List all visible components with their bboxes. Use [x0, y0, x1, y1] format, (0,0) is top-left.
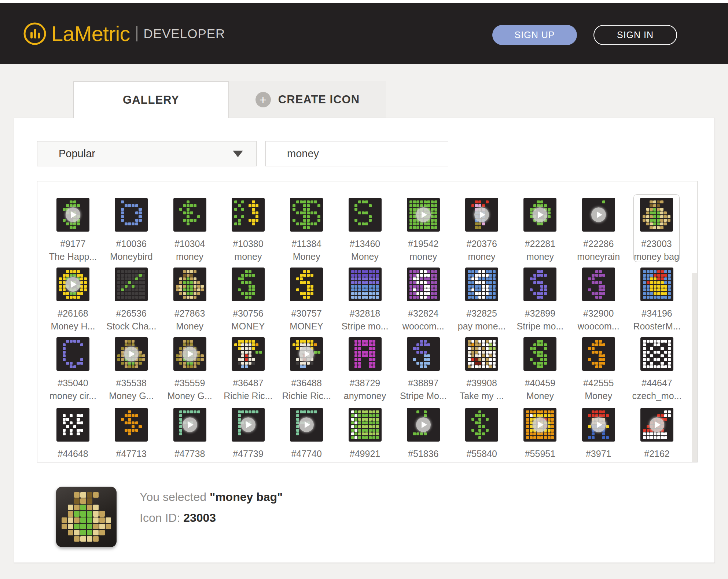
pixel	[296, 226, 299, 229]
pixel	[142, 354, 145, 357]
tab-gallery[interactable]: GALLERY	[73, 81, 229, 118]
sort-dropdown[interactable]: Popular	[37, 141, 257, 166]
icon-cell-32900[interactable]: #32900woocom...	[573, 268, 624, 331]
pixel	[599, 285, 602, 288]
icon-cell-2162[interactable]: #2162Santa Hat	[631, 408, 683, 462]
icon-cell-22286[interactable]: #22286moneyrain	[573, 198, 624, 262]
icon-id-label: #35538	[106, 378, 157, 388]
pixel	[434, 362, 437, 365]
logo[interactable]: LaMetric DEVELOPER	[23, 21, 225, 46]
icon-cell-44647[interactable]: #44647czech_mo...	[631, 337, 683, 401]
sign-in-button[interactable]: SIGN IN	[593, 25, 677, 45]
pixel	[317, 414, 320, 417]
icon-cell-36487[interactable]: #36487Richie Ric...	[223, 337, 274, 401]
icon-cell-39908[interactable]: #39908Take my ...	[456, 337, 507, 401]
pixel	[548, 358, 551, 361]
icon-cell-19542[interactable]: #19542money	[398, 198, 449, 262]
icon-cell-3971[interactable]: #3971Mario...	[573, 408, 624, 462]
icon-cell-47740[interactable]: #47740ForexMo...	[281, 408, 332, 462]
icon-cell-47713[interactable]: #47713iQMoney	[106, 408, 157, 462]
pixel	[121, 208, 124, 211]
pixel	[121, 281, 124, 284]
icon-name-label: Money	[164, 321, 216, 332]
icon-cell-32818[interactable]: #32818Stripe mo...	[339, 268, 391, 331]
icon-cell-34196[interactable]: #34196RoosterM...	[631, 268, 683, 331]
icon-cell-30756[interactable]: #30756MONEY	[223, 268, 274, 331]
icon-cell-35040[interactable]: #35040money cir...	[47, 337, 99, 401]
icon-cell-23003[interactable]: #23003money bag	[633, 194, 680, 262]
icon-cell-38729[interactable]: #38729anymoney	[339, 337, 391, 401]
icon-cell-55951[interactable]: #55951Never en...	[514, 408, 566, 462]
pixel	[369, 414, 372, 417]
pixel	[606, 288, 609, 291]
icon-name-label: money	[339, 462, 391, 463]
pixel	[482, 288, 485, 291]
icon-cell-20376[interactable]: #20376money	[456, 198, 507, 262]
icon-cell-47738[interactable]: #47738ForexMo...	[164, 408, 216, 462]
sign-up-button[interactable]: SIGN UP	[492, 25, 577, 45]
pixel	[650, 281, 653, 284]
pixel	[369, 288, 372, 291]
icon-cell-55840[interactable]: #55840money	[456, 408, 507, 462]
icon-cell-51836[interactable]: #51836Money	[398, 408, 449, 462]
pixel	[530, 410, 533, 413]
pixel	[179, 351, 182, 354]
pixel	[121, 200, 124, 203]
icon-cell-38897[interactable]: #38897Stripe Mo...	[398, 337, 449, 401]
scrollbar[interactable]	[692, 181, 697, 462]
icon-cell-11384[interactable]: #11384Money	[281, 198, 332, 262]
icon-cell-10304[interactable]: #10304money	[164, 198, 216, 262]
icon-cell-32824[interactable]: #32824woocom...	[398, 268, 449, 331]
icon-cell-22281[interactable]: #22281money	[514, 198, 566, 262]
pixel	[365, 211, 368, 214]
icon-cell-32899[interactable]: #32899Stripe mo...	[514, 268, 566, 331]
icon-cell-9177[interactable]: #9177The Happ...	[47, 198, 99, 262]
pixel	[650, 354, 653, 357]
icon-cell-44648[interactable]: #44648inver_cze...	[47, 408, 99, 462]
pixel	[128, 222, 131, 225]
icon-cell-42555[interactable]: #42555Money	[573, 337, 624, 401]
pixel	[358, 226, 361, 229]
scrollbar-thumb[interactable]	[692, 273, 697, 462]
icon-cell-40459[interactable]: #40459Money	[514, 337, 566, 401]
icon-cell-26168[interactable]: #26168Money H...	[47, 268, 99, 331]
pixel	[249, 365, 251, 368]
pixel	[197, 340, 200, 343]
pixel	[354, 215, 357, 218]
icon-cell-36488[interactable]: #36488Richie Ric...	[281, 337, 332, 401]
icon-cell-47739[interactable]: #47739ForexMo...	[223, 408, 274, 462]
pixel	[540, 277, 543, 280]
pixel	[606, 211, 609, 214]
icon-id-label: #35559	[164, 378, 216, 388]
pixel	[468, 285, 471, 288]
pixel	[354, 436, 357, 439]
pixel	[434, 208, 437, 211]
pixel	[376, 340, 379, 343]
search-input[interactable]	[265, 141, 448, 166]
pixel	[471, 281, 474, 284]
pixel	[351, 270, 354, 273]
icon-cell-13460[interactable]: #13460Money	[339, 198, 391, 262]
icon-cell-30757[interactable]: #30757MONEY	[281, 268, 332, 331]
pixel	[310, 343, 313, 346]
pixel	[664, 425, 667, 428]
pixel	[84, 421, 87, 424]
pixel	[530, 226, 533, 229]
icon-cell-27863[interactable]: #27863Money	[164, 268, 216, 331]
pixel	[540, 436, 543, 439]
pixel	[179, 208, 182, 211]
pixel	[606, 421, 609, 424]
icon-cell-49921[interactable]: #49921money	[339, 408, 391, 462]
pixel	[139, 285, 141, 288]
pixel	[249, 226, 251, 229]
pixel	[74, 492, 80, 498]
pixel	[468, 222, 471, 225]
tab-create-icon[interactable]: + CREATE ICON	[229, 81, 386, 118]
icon-cell-35538[interactable]: #35538Money G...	[106, 337, 157, 401]
icon-cell-10036[interactable]: #10036Moneybird	[106, 198, 157, 262]
icon-cell-32825[interactable]: #32825pay mone...	[456, 268, 507, 331]
icon-cell-35559[interactable]: #35559Money G...	[164, 337, 216, 401]
icon-cell-26536[interactable]: #26536Stock Cha...	[106, 268, 157, 331]
icon-cell-10380[interactable]: #10380money	[223, 198, 274, 262]
pixel	[595, 285, 598, 288]
